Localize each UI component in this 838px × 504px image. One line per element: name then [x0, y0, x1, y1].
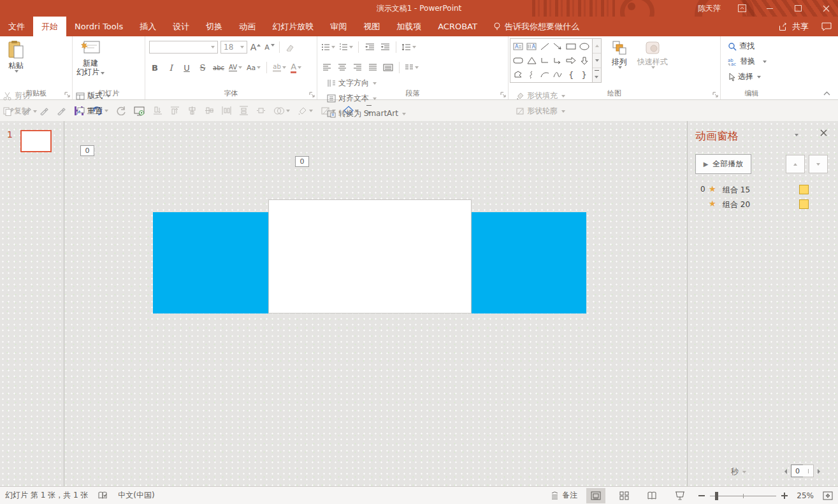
tab-slideshow[interactable]: 幻灯片放映 — [264, 17, 322, 36]
decrease-indent-button[interactable] — [364, 41, 375, 54]
paste-button[interactable]: 粘贴 — [1, 38, 31, 88]
align-center-horizontal-icon[interactable] — [187, 103, 197, 119]
slide-thumbnail[interactable] — [20, 130, 52, 152]
slide-canvas[interactable]: 0 0 — [64, 121, 687, 486]
arrange-button[interactable]: 排列 — [607, 38, 632, 88]
tab-home[interactable]: 开始 — [33, 17, 66, 36]
text-shadow-button[interactable]: abc — [213, 61, 224, 74]
align-middle-icon[interactable] — [205, 103, 214, 119]
move-later-button[interactable] — [809, 155, 828, 173]
font-size-combobox[interactable]: 18 — [220, 41, 247, 54]
font-color-button[interactable]: A — [291, 61, 302, 74]
shape-elbow-connector[interactable] — [538, 54, 551, 67]
justify-button[interactable] — [367, 61, 379, 74]
tab-acrobat[interactable]: ACROBAT — [430, 17, 486, 36]
paragraph-dialog-launcher-icon[interactable] — [500, 92, 507, 98]
quick-styles-button[interactable]: 快速样式 — [635, 38, 670, 88]
increase-indent-button[interactable] — [379, 41, 391, 54]
reading-view-button[interactable] — [642, 488, 661, 503]
gallery-scroll-up-icon[interactable] — [593, 39, 601, 54]
reset-button[interactable]: 重置 — [74, 104, 112, 118]
shape-fill-qat-icon[interactable] — [298, 103, 313, 119]
underline-button[interactable]: U — [181, 61, 192, 74]
bold-button[interactable]: B — [149, 61, 161, 74]
numbering-button[interactable] — [339, 41, 353, 54]
tab-addins[interactable]: 加载项 — [388, 17, 430, 36]
clear-formatting-button[interactable] — [284, 41, 295, 54]
ribbon-display-options-icon[interactable] — [735, 2, 749, 15]
animation-pane-menu-icon[interactable] — [795, 134, 798, 136]
shape-vertical-textbox[interactable]: A — [525, 40, 538, 53]
text-direction-button[interactable]: 文字方向 — [325, 76, 408, 90]
bullets-button[interactable] — [321, 41, 335, 54]
clipboard-dialog-launcher-icon[interactable] — [64, 92, 71, 98]
select-button[interactable]: 选择 — [726, 70, 769, 83]
timeline-zoom-value[interactable]: 0 — [791, 464, 804, 477]
shape-oval[interactable] — [577, 40, 591, 53]
animation-pane-close-icon[interactable] — [818, 127, 829, 139]
blue-rectangle-shape-right[interactable] — [472, 212, 586, 313]
zoom-in-button[interactable] — [781, 493, 788, 499]
line-spacing-button[interactable] — [401, 41, 416, 54]
shape-curve[interactable] — [551, 68, 565, 81]
shape-line[interactable] — [538, 40, 551, 53]
shape-rounded-rectangle[interactable] — [512, 54, 525, 67]
shape-elbow-arrow-connector[interactable] — [551, 54, 565, 67]
eyedropper-icon-4[interactable] — [57, 103, 66, 119]
shape-gallery-scrollbar[interactable] — [593, 38, 602, 83]
share-button[interactable]: 共享 — [779, 21, 809, 32]
resize-object-icon[interactable] — [256, 103, 266, 119]
animation-item[interactable]: ★ 组合 20 — [688, 198, 838, 211]
shape-right-arrow[interactable] — [565, 54, 578, 67]
align-bottom-icon[interactable] — [153, 103, 163, 119]
tab-insert[interactable]: 插入 — [131, 17, 164, 36]
move-earlier-button[interactable] — [786, 155, 805, 173]
normal-view-button[interactable] — [586, 488, 605, 503]
play-all-button[interactable]: ▶ 全部播放 — [695, 154, 751, 174]
account-name[interactable]: 陈天萍 — [698, 3, 721, 14]
shrink-font-button[interactable]: A — [264, 41, 275, 54]
drawing-dialog-launcher-icon[interactable] — [712, 92, 719, 98]
new-slide-button[interactable]: 新建 幻灯片 — [74, 38, 107, 88]
merge-shapes-icon[interactable] — [273, 103, 290, 119]
grow-font-button[interactable]: A — [250, 41, 261, 54]
slide-surface[interactable] — [268, 199, 472, 313]
tab-animations[interactable]: 动画 — [231, 17, 264, 36]
shape-scribble[interactable] — [525, 68, 538, 81]
animation-item[interactable]: 0 ★ 组合 15 — [688, 184, 838, 196]
zoom-out-button[interactable] — [698, 495, 705, 496]
convert-smartart-button[interactable]: 转换为 SmartArt — [325, 107, 408, 120]
shape-outline-button[interactable]: 形状轮廓 — [514, 104, 567, 118]
gallery-scroll-down-icon[interactable] — [593, 54, 601, 68]
shape-right-brace[interactable]: } — [577, 68, 591, 81]
italic-button[interactable]: I — [165, 61, 177, 74]
distributed-button[interactable] — [382, 61, 394, 74]
gallery-more-icon[interactable] — [593, 68, 601, 82]
language-indicator[interactable]: 中文(中国) — [118, 490, 154, 501]
align-left-button[interactable] — [321, 61, 333, 74]
collapse-ribbon-icon[interactable] — [823, 91, 830, 96]
zoom-slider-handle[interactable] — [715, 492, 718, 500]
font-name-combobox[interactable] — [149, 41, 218, 54]
character-spacing-button[interactable]: AV — [229, 61, 242, 74]
align-center-button[interactable] — [336, 61, 348, 74]
seconds-dropdown[interactable]: 秒 — [731, 466, 746, 477]
spellcheck-icon[interactable] — [98, 491, 108, 500]
tell-me-box[interactable]: 告诉我你想要做什么 — [486, 17, 587, 36]
timeline-zoom-out-icon[interactable] — [784, 469, 787, 474]
tab-review[interactable]: 审阅 — [322, 17, 355, 36]
eyedropper-icon-3[interactable] — [40, 103, 49, 119]
shape-freeform[interactable] — [512, 68, 525, 81]
tab-design[interactable]: 设计 — [164, 17, 198, 36]
timeline-zoom-tick[interactable] — [803, 464, 814, 477]
blue-rectangle-shape-left[interactable] — [153, 212, 268, 313]
tab-nordri-tools[interactable]: Nordri Tools — [66, 17, 131, 36]
strikethrough-button[interactable]: S — [197, 61, 208, 74]
animation-timeline-bar[interactable] — [799, 199, 809, 209]
comments-icon[interactable] — [821, 22, 832, 31]
notes-button[interactable]: 备注 — [551, 490, 577, 501]
slideshow-view-button[interactable] — [670, 488, 690, 503]
shape-arc[interactable] — [538, 68, 551, 81]
shape-textbox[interactable]: A — [512, 40, 525, 53]
tab-view[interactable]: 视图 — [355, 17, 388, 36]
